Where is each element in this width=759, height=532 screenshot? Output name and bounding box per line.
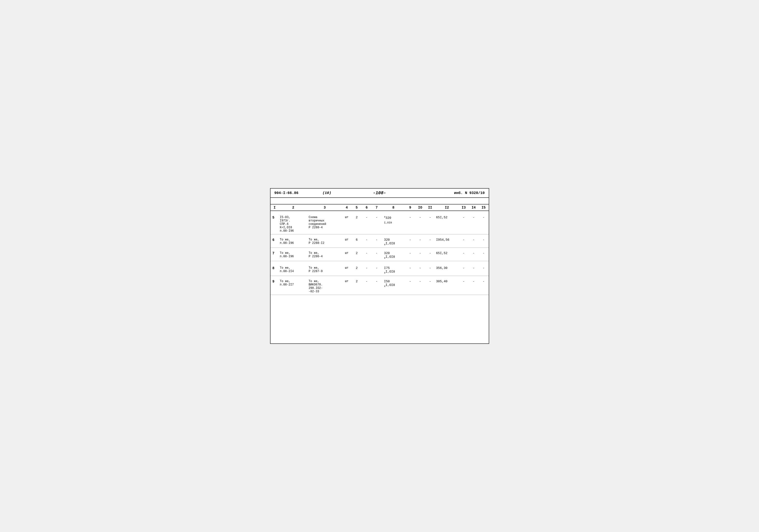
page: 904-I-66.86 (10) -108- инб. N 9328/10 xyxy=(270,188,489,344)
spacer-row-6 xyxy=(270,276,489,278)
spacer-row-2 xyxy=(270,211,489,214)
row9-col13: - xyxy=(459,278,469,295)
row9-col6: - xyxy=(362,278,372,295)
row5-col8-factor: I,OI8 xyxy=(384,220,392,223)
row9-col8-main: I50 xyxy=(384,280,390,283)
row7-col11: - xyxy=(425,250,435,261)
row9-col3: То же, ВИКО670. 290.IO2- -02-33 xyxy=(307,278,341,295)
table-row: 5 I5-03, I973г. СПР.6 К=I,OI8 п.08-I96 С… xyxy=(270,214,489,234)
row7-col8-factor: I,OI8 xyxy=(385,255,395,259)
row5-col5: 2 xyxy=(352,214,362,234)
row5-col4: шт xyxy=(341,214,352,234)
row8-col10: - xyxy=(415,265,425,276)
row7-col6: - xyxy=(362,250,372,261)
column-header-row: I 2 3 4 5 6 7 8 9 IO II I2 I3 I4 I5 xyxy=(270,204,489,211)
row8-col13: - xyxy=(459,265,469,276)
table-row: 6 То же, п.08-I96 То же, Р 2288-I2 шт 6 … xyxy=(270,237,489,247)
spacer-row-5 xyxy=(270,261,489,265)
row7-col8-main: 320 xyxy=(384,251,390,255)
row8-col9: - xyxy=(405,265,415,276)
row6-col7: - xyxy=(372,237,381,247)
spacer-row-bottom xyxy=(270,295,489,300)
row-num-7: 7 xyxy=(270,250,279,261)
row8-col5: 2 xyxy=(352,265,362,276)
row5-col14: - xyxy=(469,214,479,234)
row7-col8: 320 xI,OI8 xyxy=(381,250,405,261)
row5-col8-main: 320 xyxy=(385,216,391,220)
row7-col12: 65I,52 xyxy=(435,250,459,261)
table-row: 9 То же, п.08-2I7 То же, ВИКО670. 290.IO… xyxy=(270,278,489,295)
table-row: 7 То же, п.08-I96 То же, Р 2286-4 шт 2 -… xyxy=(270,250,489,261)
row-num-6: 6 xyxy=(270,237,279,247)
row5-col10: - xyxy=(415,214,425,234)
row7-col13: - xyxy=(459,250,469,261)
row5-col9: - xyxy=(405,214,415,234)
row6-col15: - xyxy=(479,237,489,247)
row8-col2: То же, п.08-2I4 xyxy=(279,265,307,276)
row8-col8: I75 xI,OI8 xyxy=(381,265,405,276)
col-header-10: IO xyxy=(415,204,425,211)
row6-col10: - xyxy=(415,237,425,247)
row5-col3: Схема вторичных соединений Р 2288-4 xyxy=(307,214,341,234)
row5-col8: x320 I,OI8 xyxy=(381,214,405,234)
row9-col2: То же, п.08-2I7 xyxy=(279,278,307,295)
row9-col8: I50 xI,OI8 xyxy=(381,278,405,295)
row8-col4: шт xyxy=(341,265,352,276)
row8-col8-main: I75 xyxy=(384,266,390,270)
row7-col14: - xyxy=(469,250,479,261)
row8-col15: - xyxy=(479,265,489,276)
col-header-7: 7 xyxy=(372,204,381,211)
row5-col13: - xyxy=(459,214,469,234)
spacer-row-3 xyxy=(270,234,489,237)
row6-col11: - xyxy=(425,237,435,247)
page-number-parens: (10) xyxy=(309,191,344,195)
col-header-2: 2 xyxy=(279,204,307,211)
row9-col9: - xyxy=(405,278,415,295)
row5-col6: - xyxy=(362,214,372,234)
page-number-dash: -108- xyxy=(344,191,415,195)
col-header-6: 6 xyxy=(362,204,372,211)
row8-col3: То же, Р 2287-9 xyxy=(307,265,341,276)
row9-col7: - xyxy=(372,278,381,295)
col-header-11: II xyxy=(425,204,435,211)
row9-col10: - xyxy=(415,278,425,295)
col-header-14: I4 xyxy=(469,204,479,211)
row8-col12: 356,30 xyxy=(435,265,459,276)
row-num-9: 9 xyxy=(270,278,279,295)
col-header-3: 3 xyxy=(307,204,341,211)
inv-number: инб. N 9328/10 xyxy=(415,191,485,195)
row7-col2: То же, п.08-I96 xyxy=(279,250,307,261)
row7-col4: шт xyxy=(341,250,352,261)
col-header-9: 9 xyxy=(405,204,415,211)
row5-col7: - xyxy=(372,214,381,234)
col-header-13: I3 xyxy=(459,204,469,211)
row5-col12: 65I,52 xyxy=(435,214,459,234)
row9-col8-factor: I,OI8 xyxy=(385,283,395,287)
row6-col4: шт xyxy=(341,237,352,247)
row6-col2: То же, п.08-I96 xyxy=(279,237,307,247)
row6-col3: То же, Р 2288-I2 xyxy=(307,237,341,247)
row7-col3: То же, Р 2286-4 xyxy=(307,250,341,261)
row7-col15: - xyxy=(479,250,489,261)
row6-col6: - xyxy=(362,237,372,247)
row5-col15: - xyxy=(479,214,489,234)
row6-col8-main: 320 xyxy=(384,238,390,242)
doc-number: 904-I-66.86 xyxy=(274,191,309,195)
col-header-15: I5 xyxy=(479,204,489,211)
row7-col5: 2 xyxy=(352,250,362,261)
row7-col9: - xyxy=(405,250,415,261)
row9-col15: - xyxy=(479,278,489,295)
row5-col11: - xyxy=(425,214,435,234)
row8-col11: - xyxy=(425,265,435,276)
row6-col8: 320 xI,OI8 xyxy=(381,237,405,247)
row6-col12: I954,56 xyxy=(435,237,459,247)
table-row: 8 То же, п.08-2I4 То же, Р 2287-9 шт 2 -… xyxy=(270,265,489,276)
row9-col5: 2 xyxy=(352,278,362,295)
col-header-4: 4 xyxy=(341,204,352,211)
row9-col11: - xyxy=(425,278,435,295)
row5-col2: I5-03, I973г. СПР.6 К=I,OI8 п.08-I96 xyxy=(279,214,307,234)
row-num-8: 8 xyxy=(270,265,279,276)
row6-col5: 6 xyxy=(352,237,362,247)
col-header-8: 8 xyxy=(381,204,405,211)
row8-col7: - xyxy=(372,265,381,276)
